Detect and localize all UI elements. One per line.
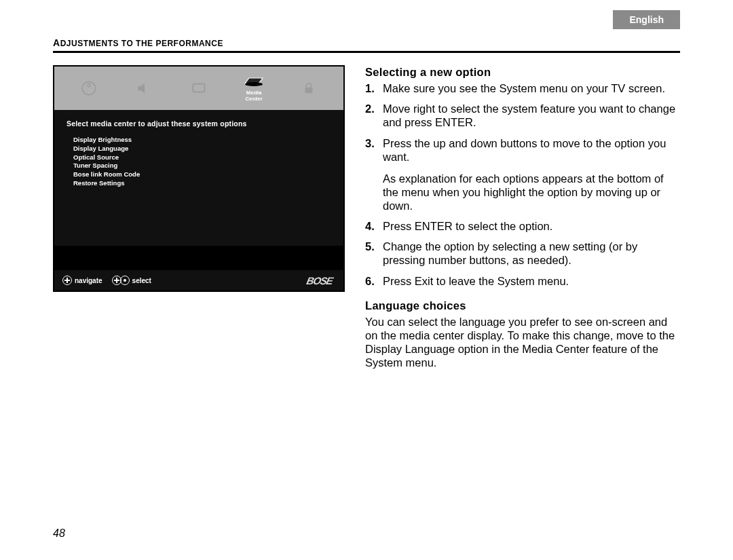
footer-navigate-label: navigate (75, 277, 102, 284)
step-number: 1. (365, 81, 383, 95)
step-text: Change the option by selecting a new set… (383, 240, 680, 267)
speaker-icon (125, 79, 163, 97)
step-number: 2. (365, 102, 383, 129)
media-center-icon: Media Center (235, 74, 273, 102)
tv-screenshot: Media Center Select media center to adju… (53, 65, 345, 292)
step-text: Move right to select the system feature … (383, 102, 680, 129)
steps-list: 1. Make sure you see the System menu on … (365, 81, 680, 164)
heading-language: Language choices (365, 299, 680, 312)
step-text: Press the up and down buttons to move to… (383, 136, 680, 164)
step-item: 4. Press ENTER to select the option. (365, 219, 680, 233)
bose-logo: BOSE (305, 275, 336, 286)
display-icon (180, 79, 218, 97)
tv-option: Optical Source (73, 153, 331, 162)
svg-rect-2 (193, 84, 204, 92)
footer-select-label: select (132, 277, 151, 284)
lock-icon (290, 79, 328, 97)
step-text: Press ENTER to select the option. (383, 219, 680, 233)
svg-point-1 (87, 84, 90, 87)
svg-rect-4 (305, 88, 313, 93)
tv-icon-bar: Media Center (54, 67, 343, 110)
step-item: 3. Press the up and down buttons to move… (365, 136, 680, 164)
tv-option: Restore Settings (73, 179, 331, 188)
step-number: 6. (365, 274, 383, 288)
svg-point-3 (245, 82, 263, 86)
power-icon (70, 79, 108, 97)
step-number: 4. (365, 219, 383, 233)
tv-option-list: Display Brightness Display Language Opti… (67, 136, 331, 188)
tv-option: Display Brightness (73, 136, 331, 145)
step-text: Make sure you see the System menu on you… (383, 81, 680, 95)
tv-gap (54, 246, 343, 270)
tv-menu-body: Select media center to adjust these syst… (54, 110, 343, 246)
select-icon (120, 276, 130, 285)
tv-option: Bose link Room Code (73, 170, 331, 179)
step-item: 6. Press Exit to leave the System menu. (365, 274, 680, 288)
language-tab: English (613, 10, 680, 29)
step-text: Press Exit to leave the System menu. (383, 274, 680, 288)
language-paragraph: You can select the language you prefer t… (365, 315, 680, 370)
section-header: Adjustments to the performance (53, 37, 680, 48)
page-number: 48 (53, 527, 65, 540)
instruction-column: Selecting a new option 1. Make sure you … (365, 65, 680, 373)
step-item: 2. Move right to select the system featu… (365, 102, 680, 129)
heading-selecting: Selecting a new option (365, 65, 680, 79)
tv-option: Tuner Spacing (73, 162, 331, 170)
step-number: 5. (365, 240, 383, 267)
dpad-icon (62, 276, 72, 285)
tv-option: Display Language (73, 145, 331, 153)
steps-list-cont: 4. Press ENTER to select the option. 5. … (365, 219, 680, 288)
section-rule (53, 51, 680, 53)
media-center-label: Media Center (245, 90, 262, 102)
step-explanation: As explanation for each options appears … (383, 172, 680, 212)
step-item: 5. Change the option by selecting a new … (365, 240, 680, 267)
step-item: 1. Make sure you see the System menu on … (365, 81, 680, 95)
step-number: 3. (365, 136, 383, 164)
tv-instruction: Select media center to adjust these syst… (67, 119, 331, 128)
tv-footer: navigate select BOSE (54, 270, 343, 291)
